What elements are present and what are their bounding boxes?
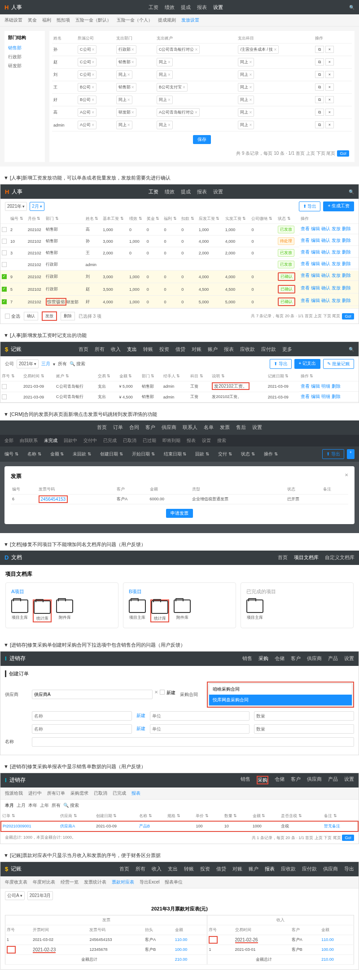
col-header[interactable]: 名称 ⇅ <box>27 451 41 457</box>
search-icon[interactable]: 🔍 <box>349 189 354 194</box>
add-link[interactable]: 新建 <box>136 713 145 719</box>
col-header[interactable]: 交易 ⇅ <box>96 372 118 381</box>
menu-item[interactable]: 基础设置 <box>4 17 22 23</box>
col-header[interactable]: 奖金 ⇅ <box>145 214 163 224</box>
month-select[interactable]: 2月 ▾ <box>30 202 44 211</box>
menu-item[interactable]: 设置 <box>252 424 262 431</box>
row-checkbox[interactable] <box>2 262 7 267</box>
action-link[interactable]: 发放 <box>332 285 341 291</box>
copy-button[interactable]: ⧉ <box>315 121 324 128</box>
col-header[interactable]: 创建日期 ⇅ <box>100 451 123 457</box>
subnav-item[interactable]: 搜索 <box>217 438 226 444</box>
bulk-action-button[interactable]: 删除 <box>61 312 75 320</box>
subnav-item[interactable]: 发票统计表 <box>84 879 106 885</box>
menu-item[interactable]: 项目文档库 <box>294 554 319 561</box>
col-header[interactable]: 序号 ⇅ <box>0 372 22 381</box>
action-link[interactable]: 删除 <box>342 237 351 244</box>
menu-item[interactable]: 发放设置 <box>181 17 199 23</box>
folder-item[interactable]: 项目主库 <box>129 599 146 622</box>
menu-item[interactable]: 报表 <box>197 188 207 195</box>
action-link[interactable]: 发放 <box>332 298 341 304</box>
new-supplier-checkbox[interactable] <box>160 690 165 695</box>
menu-item[interactable]: 转账 <box>184 866 194 872</box>
col-header[interactable]: 月份 ⇅ <box>26 214 44 224</box>
col-header[interactable]: 创建日期 ⇅ <box>95 811 138 821</box>
col-header[interactable]: 规格 ⇅ <box>166 811 194 821</box>
col-header[interactable]: 订单 ⇅ <box>1 811 59 821</box>
copy-button[interactable]: ⧉ <box>315 58 324 66</box>
menu-item[interactable]: 五险一金（个人） <box>117 17 153 23</box>
action-link[interactable]: 编辑 <box>311 261 320 267</box>
action-link[interactable]: 确认 <box>321 285 330 291</box>
menu-item[interactable]: 抵扣项 <box>57 17 70 23</box>
delete-button[interactable]: × <box>325 96 334 103</box>
bulk-action-button[interactable]: 发放 <box>42 311 57 321</box>
menu-item[interactable]: 奖金 <box>28 17 37 23</box>
action-link[interactable]: 发放 <box>332 226 341 232</box>
menu-item[interactable]: 提成 <box>181 4 191 11</box>
delete-button[interactable]: × <box>325 109 334 116</box>
action-link[interactable]: 明细 <box>321 383 330 389</box>
col-header[interactable]: 是否含税 ⇅ <box>280 811 323 821</box>
subnav-item[interactable]: 已完成 <box>113 790 126 796</box>
qty-input[interactable] <box>254 711 354 721</box>
date-tab[interactable]: 所有 <box>52 802 61 809</box>
col-header[interactable]: 编号 ⇅ <box>9 214 26 224</box>
subnav-item[interactable]: 票款对应表 <box>112 879 134 885</box>
menu-item[interactable]: 对账 <box>232 866 242 872</box>
subnav-item[interactable]: 经营一览 <box>61 879 79 885</box>
action-link[interactable]: 删除 <box>332 383 341 389</box>
action-link[interactable]: 确认 <box>321 237 330 244</box>
menu-item[interactable]: 供应商 <box>307 776 322 784</box>
add-link[interactable]: 新建 <box>136 726 145 732</box>
subnav-item[interactable]: 已取消 <box>123 438 136 444</box>
menu-item[interactable]: 转账 <box>143 346 153 353</box>
action-link[interactable]: 查看 <box>301 285 310 291</box>
menu-item[interactable]: 联系人 <box>183 424 197 431</box>
menu-item[interactable]: 对账 <box>192 346 201 353</box>
menu-item[interactable]: 应付款 <box>302 866 317 872</box>
folder-item[interactable]: 项目主库 <box>11 599 28 622</box>
order-name-input[interactable] <box>32 737 354 747</box>
export-button[interactable]: ⬆ 导出 <box>322 449 344 459</box>
action-link[interactable]: 确认 <box>321 226 330 232</box>
menu-item[interactable]: 订单 <box>113 424 123 431</box>
col-header[interactable] <box>0 214 9 224</box>
action-link[interactable]: 删除 <box>332 394 341 400</box>
col-header[interactable]: 状态 ⇅ <box>241 451 255 457</box>
subnav-item[interactable]: 由我联系 <box>20 438 38 444</box>
subnav-item[interactable]: 交付中 <box>83 438 97 444</box>
subnav-item[interactable]: 采购需求 <box>70 790 88 796</box>
menu-item[interactable]: 供应商 <box>307 655 322 662</box>
name-input[interactable] <box>32 724 132 734</box>
subnav-item[interactable]: 报表 <box>131 790 140 796</box>
menu-item[interactable]: 设置 <box>344 655 354 662</box>
menu-item[interactable]: 工资 <box>149 188 158 195</box>
action-link[interactable]: 确认 <box>321 272 330 279</box>
card-title[interactable]: B项目 <box>129 588 230 595</box>
menu-item[interactable]: 首页 <box>79 346 88 353</box>
action-link[interactable]: 查看 <box>301 383 310 389</box>
action-link[interactable]: 查看 <box>301 298 310 304</box>
copy-button[interactable]: ⧉ <box>315 71 324 78</box>
menu-item[interactable]: 更多 <box>282 346 292 353</box>
menu-item[interactable]: 支出 <box>127 346 137 353</box>
menu-item[interactable]: 账户 <box>208 346 218 353</box>
col-header[interactable]: 金额 ⇅ <box>118 372 140 381</box>
apply-invoice-button[interactable]: 申请发票 <box>166 509 193 518</box>
go-button[interactable]: Go! <box>342 313 354 319</box>
action-link[interactable]: 删除 <box>342 298 351 304</box>
menu-item[interactable]: 提成 <box>181 188 191 195</box>
col-header[interactable]: 操作 <box>299 214 359 224</box>
menu-item[interactable]: 报表 <box>224 346 234 353</box>
col-header[interactable]: 部门 ⇅ <box>44 214 84 224</box>
menu-item[interactable]: 供应商 <box>323 866 338 872</box>
menu-item[interactable]: 收入 <box>111 346 121 353</box>
menu-item[interactable]: 采购 <box>258 655 268 662</box>
action-link[interactable]: 明细 <box>321 394 330 400</box>
menu-item[interactable]: 福利 <box>42 17 51 23</box>
go-button[interactable]: Go! <box>337 150 349 157</box>
close-icon[interactable]: ✕ <box>345 472 348 480</box>
menu-item[interactable]: 借贷 <box>175 346 185 353</box>
copy-button[interactable]: ⧉ <box>315 109 324 116</box>
